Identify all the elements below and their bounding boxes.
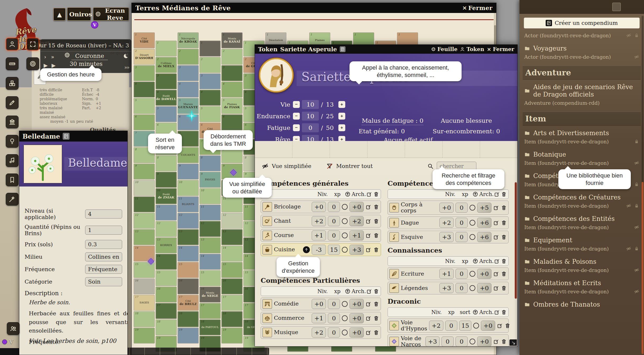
skill-roll-circle[interactable] (470, 205, 475, 211)
sheet-tab[interactable] (480, 141, 517, 158)
compendium-pack[interactable]: Item (foundryvtt-reve-de-dragon) (523, 223, 641, 233)
skill-arch-value[interactable]: +0 (349, 299, 364, 309)
skill-xp-input[interactable]: 0 (328, 216, 340, 226)
compendium-folder[interactable]: Aides de jeu de scenarios Rêve de Dragon… (523, 80, 641, 99)
eye-slash-icon[interactable] (262, 163, 269, 170)
sheet-scrollbar[interactable] (515, 182, 517, 299)
field-input[interactable] (85, 265, 122, 274)
tmr-cell[interactable]: 13 (222, 229, 242, 245)
skill-roll-circle[interactable] (342, 301, 348, 307)
character-portrait[interactable] (259, 58, 293, 92)
tmr-cell[interactable]: 3 (178, 65, 199, 81)
trash-icon[interactable] (373, 204, 379, 210)
lock-icon[interactable] (634, 246, 639, 251)
compendium-pack[interactable]: Item (foundryvtt-reve-de-dragon) (523, 159, 641, 169)
sheet-tab[interactable] (255, 141, 292, 158)
edit-icon[interactable] (493, 220, 499, 226)
lock-icon[interactable] (634, 139, 639, 144)
skill-arch-value[interactable]: +3 (349, 245, 364, 255)
skill-roll-circle[interactable] (342, 247, 348, 253)
sheet-tab[interactable] (442, 141, 480, 158)
compendium-folder[interactable]: Méditations et Ecrits (523, 276, 641, 287)
tmr-cell[interactable]: 10 (134, 180, 155, 196)
skill-arch-value[interactable]: +0 (349, 313, 364, 323)
skill-niv-input[interactable]: +2 (439, 218, 454, 228)
experience-up-icon[interactable] (303, 246, 310, 253)
tmr-cell[interactable]: 19 (178, 328, 199, 343)
tmr-cell[interactable]: 10Forêtde ZNIAK (156, 188, 177, 204)
tmr-cell[interactable]: 17SAGES (134, 295, 155, 311)
tmr-cell[interactable]: 4 (178, 82, 199, 97)
trash-icon[interactable] (501, 258, 507, 264)
edit-icon[interactable] (366, 247, 371, 253)
skill-arch-value[interactable]: +0 (477, 336, 491, 346)
scene-nav-collapse-button[interactable]: ▲ (53, 8, 66, 21)
tmr-cell[interactable]: 3 (134, 65, 155, 81)
compendium-folder[interactable]: Compétences de Créatures (523, 190, 641, 202)
macro-hotbar[interactable] (114, 348, 269, 355)
edit-icon[interactable] (366, 218, 371, 224)
add-skill-icon[interactable] (345, 288, 351, 294)
skill-niv-input[interactable]: +0 (312, 299, 326, 309)
skill-roll-circle[interactable] (342, 315, 348, 321)
show-all-toggle[interactable]: Montrer tout (336, 163, 373, 169)
tmr-cell[interactable]: 2Collinesde MIELX (156, 57, 177, 73)
sheet-tab[interactable] (330, 141, 367, 158)
skill-niv-input[interactable]: +1 (439, 269, 454, 279)
edit-icon[interactable] (493, 205, 499, 211)
compendium-pack[interactable]: Item (foundryvtt-reve-de-dragon) (523, 287, 641, 297)
eye-slash-icon[interactable] (634, 267, 639, 273)
compendium-pack[interactable]: Item (foundryvtt-reve-de-dragon) (523, 202, 641, 211)
stat-plus-button[interactable]: + (338, 101, 345, 108)
skill-sort-input[interactable]: 0 (456, 336, 468, 346)
lock-icon[interactable] (634, 182, 639, 187)
tmr-cell[interactable]: 2DésertD'ASSORH (134, 49, 155, 65)
skill-arch-value[interactable]: +6 (477, 218, 491, 228)
skill-arch-value[interactable]: +1 (349, 230, 364, 240)
stat-minus-button[interactable]: − (293, 124, 300, 131)
trash-icon[interactable] (501, 191, 507, 197)
edit-icon[interactable] (497, 323, 503, 329)
skill-row[interactable]: Bricolage +0 0 +0 (261, 201, 381, 213)
eye-slash-icon[interactable] (626, 33, 631, 38)
skill-niv-input[interactable]: +0 (312, 202, 326, 212)
edit-icon[interactable] (366, 315, 371, 321)
skill-arch-value[interactable]: +0 (481, 321, 495, 331)
sheet-tab[interactable] (405, 141, 442, 158)
tmr-cell[interactable]: 13 (200, 238, 220, 253)
trash-icon[interactable] (501, 220, 507, 226)
tmr-cell[interactable]: 17 (200, 303, 220, 319)
tmr-cell[interactable]: 3 (156, 74, 177, 89)
tmr-cell[interactable]: 16 (178, 279, 199, 294)
compendium-folder[interactable]: Botanique (523, 147, 641, 159)
skill-row[interactable]: Esquive +3 0 +6 (388, 231, 509, 243)
tmr-cell[interactable]: 4 (200, 90, 220, 106)
tmr-cell[interactable]: 17Citéde BRULZ (178, 295, 199, 311)
tmr-cell[interactable]: 5 (156, 106, 177, 122)
tmr-cell[interactable]: 14 (200, 254, 220, 270)
tmr-cell[interactable]: 12 (178, 213, 199, 229)
field-input[interactable] (85, 277, 122, 286)
skill-roll-circle[interactable] (470, 271, 475, 277)
active-player[interactable]: V (2, 339, 13, 345)
time-skip-button[interactable]: ▶ (52, 62, 56, 69)
tmr-cell[interactable]: 3 (222, 65, 242, 81)
compendium-pack[interactable]: Item (foundryvtt-reve-de-dragon) (523, 137, 641, 147)
eye-slash-icon[interactable] (626, 203, 631, 208)
compendium-pack[interactable]: Actor (foundryvtt-reve-de-dragon) (523, 53, 641, 62)
skill-xp-input[interactable]: 0 (456, 203, 468, 213)
skill-row[interactable]: Comédie +0 0 +0 (261, 298, 381, 310)
import-book-icon[interactable] (63, 133, 70, 140)
time-forward-buttons[interactable]: »» (124, 65, 129, 70)
skill-row[interactable]: Musique +2 0 +0 (261, 326, 381, 339)
compendium-folder[interactable]: Ombres de Thanatos (523, 297, 641, 309)
skill-arch-value[interactable]: +5 (477, 203, 491, 213)
field-input[interactable] (85, 240, 122, 249)
tmr-cell[interactable]: 16 (156, 287, 177, 302)
sheet-close-button[interactable]: × Fermer (487, 46, 514, 52)
time-step-back-large-button[interactable]: » (51, 54, 54, 60)
tmr-cell[interactable]: 12 (222, 213, 242, 229)
demi-reve-marker[interactable] (186, 110, 198, 122)
trash-icon[interactable] (373, 301, 379, 307)
edit-icon[interactable] (494, 191, 500, 197)
